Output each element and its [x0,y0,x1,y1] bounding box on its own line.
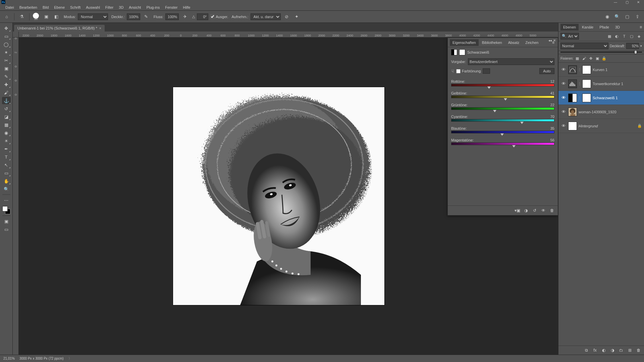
menu-filter[interactable]: Filter [103,4,116,11]
slider-track[interactable] [451,142,554,145]
blend-mode-select[interactable]: Normal [78,13,108,20]
view-previous-icon[interactable]: ◑ [523,208,529,213]
layer-mask-thumb[interactable] [582,79,591,88]
delete-adjustment-icon[interactable]: 🗑 [549,208,555,213]
search-icon[interactable]: 🔍 [613,13,621,21]
toggle-visibility-icon[interactable]: 👁 [540,208,546,213]
dock-tab-kanäle[interactable]: Kanäle [579,24,596,31]
opacity-slider[interactable] [558,51,644,54]
lock-position-icon[interactable]: ✥ [588,56,593,61]
layer-name[interactable]: Hintergrund [579,124,636,128]
menu-plug-ins[interactable]: Plug-ins [144,4,162,11]
tint-checkbox[interactable]: Farbtönung [456,69,481,73]
healing-tool[interactable]: ✚ [2,81,11,88]
dock-tab-3d[interactable]: 3D [612,24,623,31]
document-tab[interactable]: Unbenannt-1 bei 21% (Schwarzweiß 1, RGB/… [14,25,105,32]
adjustment-thumb-icon[interactable] [568,65,577,74]
dock-tab-ebenen[interactable]: Ebenen [560,24,579,31]
menu-auswahl[interactable]: Auswahl [83,4,103,11]
lock-transparency-icon[interactable]: ▦ [575,56,580,61]
lasso-tool[interactable]: ◯ [2,41,11,48]
clone-source-icon[interactable]: ✦ [293,13,301,21]
visibility-toggle-icon[interactable]: 👁 [560,67,567,72]
filter-pixel-icon[interactable]: ▦ [606,33,612,39]
menu-bearbeiten[interactable]: Bearbeiten [17,4,40,11]
stamp-tool-icon[interactable]: ⚗ [18,13,26,21]
layer-filter-select[interactable]: Art [560,33,579,40]
type-tool[interactable]: T [2,153,11,161]
frame-tool[interactable]: ▣ [2,65,11,72]
mask-icon[interactable] [459,49,465,55]
dock-tab-pfade[interactable]: Pfade [597,24,612,31]
opacity-input[interactable] [127,13,140,20]
menu-bild[interactable]: Bild [40,4,51,11]
opacity-dropdown-icon[interactable]: ▾ [640,44,642,48]
doc-info[interactable]: 3000 Px x 3000 Px (72 ppcm) [19,357,64,360]
edit-toolbar[interactable]: ⋯ [2,196,11,204]
menu-schrift[interactable]: Schrift [67,4,83,11]
properties-tab-eigenschaften[interactable]: Eigenschaften [450,39,479,46]
lock-all-icon[interactable]: 🔒 [601,56,607,61]
adjustment-thumb-icon[interactable] [568,79,577,88]
layer-name[interactable]: Schwarzweiß 1 [593,96,642,100]
delete-layer-icon[interactable]: 🗑 [635,347,642,353]
lock-artboard-icon[interactable]: ▣ [595,56,600,61]
slider-value[interactable]: 56 [550,138,554,142]
aligned-checkbox[interactable]: Ausger. [210,14,228,19]
slider-value[interactable]: 22 [550,103,554,107]
auto-button[interactable]: Auto [539,68,554,74]
close-button[interactable]: ✕ [633,0,644,4]
color-swatches[interactable] [2,206,10,214]
layer-name[interactable]: woman-1439909_1920 [579,110,642,114]
new-layer-icon[interactable]: ⊞ [627,347,633,353]
slider-value[interactable]: 12 [550,79,554,83]
menu-datei[interactable]: Datei [3,4,17,11]
airbrush-icon[interactable]: ✈ [181,13,189,21]
ruler-horizontal[interactable]: 2200200018001600140012001000800600400200… [19,32,558,38]
pen-tool[interactable]: ✒ [2,145,11,153]
slider-track[interactable] [451,119,554,122]
opacity-pressure-icon[interactable]: ✎ [142,13,150,21]
preset-select[interactable]: Benutzerdefiniert [468,58,554,65]
layer-blend-select[interactable]: Normal [560,43,608,49]
zoom-readout[interactable]: 21,01% [3,357,15,360]
sample-select[interactable]: Akt. u. darunter [251,13,281,20]
slider-track[interactable] [451,131,554,133]
dock-menu-icon[interactable]: ≡ [640,25,642,29]
properties-tab-zeichen[interactable]: Zeichen [523,39,541,46]
crop-tool[interactable]: ✂ [2,57,11,64]
home-icon[interactable]: ⌂ [3,13,11,21]
layer-name[interactable]: Tonwertkorrektur 1 [593,82,642,86]
layer-row[interactable]: 👁woman-1439909_1920 [558,105,644,119]
slider-value[interactable]: 35 [550,126,554,130]
visibility-toggle-icon[interactable]: 👁 [560,109,567,114]
brush-panel-icon[interactable]: ▣ [42,13,50,21]
lock-icon[interactable]: 🔒 [637,124,642,128]
layer-row[interactable]: 👁⋮Schwarzweiß 1 [558,91,644,105]
angle-input[interactable] [197,13,208,20]
collapse-panel-icon[interactable]: ◂◂ [548,39,552,42]
eraser-tool[interactable]: ◪ [2,113,11,120]
filter-smart-icon[interactable]: ◈ [636,33,642,39]
dodge-tool[interactable]: ☀ [2,137,11,144]
layer-opacity-input[interactable] [626,43,639,49]
layer-row[interactable]: 👁⋮Kurven 1 [558,63,644,77]
ignore-adj-icon[interactable]: ⊘ [283,13,291,21]
menu-3d[interactable]: 3D [116,4,126,11]
zoom-tool[interactable]: 🔍 [2,185,11,193]
properties-tab-bibliotheken[interactable]: Bibliotheken [479,39,505,46]
move-tool[interactable]: ✥ [2,24,11,32]
menu-hilfe[interactable]: Hilfe [180,4,193,11]
close-panel-icon[interactable]: ✕ [553,39,556,42]
path-select-tool[interactable]: ↖ [2,161,11,169]
properties-tab-absatz[interactable]: Absatz [505,39,522,46]
brush-preset-dropdown[interactable]: 18 [33,13,39,20]
workspace-icon[interactable]: ▢ [623,13,631,21]
filter-adj-icon[interactable]: ◐ [614,33,620,39]
filter-shape-icon[interactable]: ▢ [629,33,635,39]
history-brush-tool[interactable]: ↺ [2,105,11,112]
menu-ansicht[interactable]: Ansicht [126,4,144,11]
menu-ebene[interactable]: Ebene [51,4,67,11]
hand-tool[interactable]: ✋ [2,177,11,185]
visibility-toggle-icon[interactable]: 👁 [560,95,567,100]
